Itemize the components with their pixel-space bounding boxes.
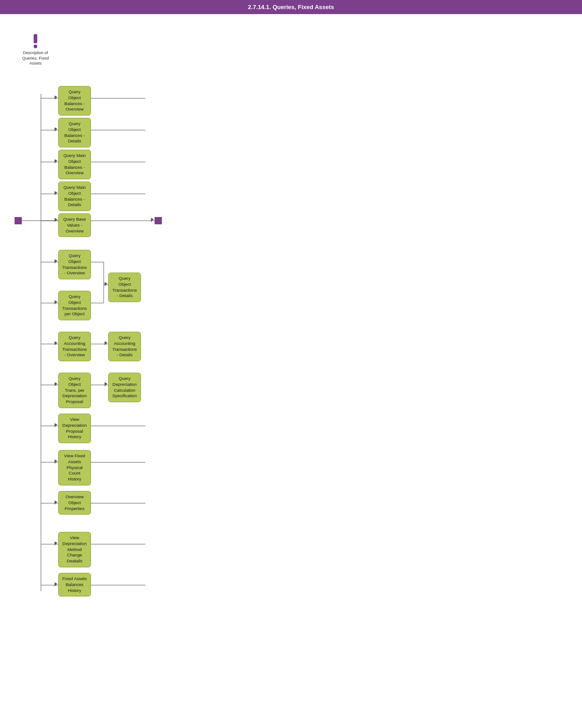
svg-marker-41 xyxy=(55,382,57,386)
svg-marker-34 xyxy=(55,127,57,131)
svg-marker-33 xyxy=(55,96,57,100)
svg-marker-35 xyxy=(55,159,57,163)
node-query-object-transactions-details[interactable]: Query Object Transactions - Details xyxy=(108,273,141,302)
svg-marker-48 xyxy=(105,341,107,345)
node-view-depreciation-method-change-details[interactable]: View Depreciation Method Change Deatails xyxy=(58,532,91,567)
svg-marker-37 xyxy=(55,218,57,222)
page-title: 2.7.14.1. Queries, Fixed Assets xyxy=(0,0,582,14)
node-query-depreciation-calculation-specification[interactable]: Query Depreciation Calculation Specifica… xyxy=(108,373,141,402)
node-fixed-assets-balances-history[interactable]: Fixed Assets Balances History xyxy=(58,573,91,597)
node-query-accounting-transactions-details[interactable]: Query Accounting Transactions - Details xyxy=(108,332,141,361)
svg-marker-38 xyxy=(55,259,57,263)
description-icon-block: Description of Queries, Fixed Assets xyxy=(17,33,54,66)
purple-square-left xyxy=(15,217,22,224)
node-query-object-balances-details[interactable]: Query Object Balances - Details xyxy=(58,118,91,147)
node-query-object-trans-per-depreciation-proposal[interactable]: Query Object Trans. per Depreciation Pro… xyxy=(58,373,91,408)
svg-marker-40 xyxy=(55,341,57,345)
node-view-depreciation-proposal-history[interactable]: View Depreciation Proposal History xyxy=(58,414,91,443)
node-overview-object-properties[interactable]: Overview Object Properties xyxy=(58,491,91,515)
svg-marker-39 xyxy=(55,300,57,304)
node-query-accounting-transactions-overview[interactable]: Query Accounting Transactions - Overview xyxy=(58,332,91,361)
exclamation-icon xyxy=(31,33,40,49)
icon-label: Description of Queries, Fixed Assets xyxy=(17,51,54,66)
node-query-main-object-balances-overview[interactable]: Query Main Object Balances - Overview xyxy=(58,150,91,179)
svg-marker-46 xyxy=(55,582,57,586)
node-query-object-transactions-per-object[interactable]: Query Object Transactions per Object xyxy=(58,291,91,320)
svg-marker-50 xyxy=(151,218,154,222)
svg-marker-45 xyxy=(55,541,57,546)
node-view-fixed-assets-physical-count-history[interactable]: View Fixed Assets Physical Count History xyxy=(58,450,91,485)
svg-marker-49 xyxy=(105,382,107,386)
svg-marker-42 xyxy=(55,423,57,427)
svg-marker-47 xyxy=(105,282,107,286)
node-query-object-transactions-overview[interactable]: Query Object Transactions - Overview xyxy=(58,250,91,279)
node-query-base-values-overview[interactable]: Query Base Values - Overview xyxy=(58,213,91,237)
svg-marker-36 xyxy=(55,191,57,195)
node-query-object-balances-overview[interactable]: Query Object Balances - Overview xyxy=(58,86,91,116)
node-query-main-object-balances-details[interactable]: Query Main Object Balances - Details xyxy=(58,182,91,211)
svg-marker-44 xyxy=(55,500,57,505)
purple-square-right xyxy=(155,217,162,224)
diagram-container: Description of Queries, Fixed Assets xyxy=(0,14,582,724)
svg-marker-43 xyxy=(55,460,57,464)
